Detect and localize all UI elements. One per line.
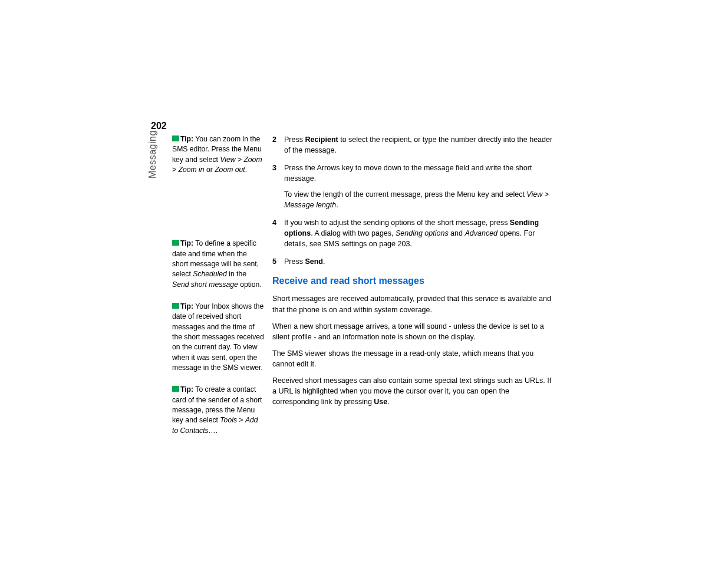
tip-mid: or <box>205 166 215 174</box>
tip-mid: in the <box>227 270 246 278</box>
tip-text: Your Inbox shows the date of received sh… <box>172 302 264 372</box>
step-text: . A dialog with two pages, <box>311 229 396 237</box>
tip-icon <box>172 240 179 246</box>
step-italic: Sending options <box>396 229 449 237</box>
tip-italic: Scheduled <box>193 270 227 278</box>
tip-icon <box>172 135 179 141</box>
tip-italic: Zoom <box>243 156 262 164</box>
step-italic: View <box>526 190 542 199</box>
tip-italic: View <box>220 156 235 164</box>
step-number: 2 <box>272 134 284 156</box>
tip-italic: Zoom out <box>215 166 245 174</box>
main-content: 2 Press Recipient to select the recipien… <box>272 134 555 414</box>
paragraph: When a new short message arrives, a tone… <box>272 321 555 342</box>
tip-block: Tip: To define a specific date and time … <box>172 239 264 290</box>
section-label: Messaging <box>147 130 158 178</box>
paragraph: The SMS viewer shows the message in a re… <box>272 348 555 369</box>
step: 4 If you wish to adjust the sending opti… <box>272 217 555 249</box>
step-sub: To view the length of the current messag… <box>284 189 555 210</box>
tip-italic: Zoom in <box>179 166 205 174</box>
step-text: To view the length of the current messag… <box>284 190 526 199</box>
tip-label: Tip: <box>180 385 193 394</box>
para-text: . <box>387 398 389 406</box>
sidebar: Tip: You can zoom in the SMS editor. Pre… <box>172 134 264 448</box>
tip-italic: Send short message <box>172 280 238 289</box>
step-number: 3 <box>272 163 284 210</box>
step-italic: Message length <box>284 201 336 209</box>
tip-label: Tip: <box>180 239 193 247</box>
step-text: If you wish to adjust the sending option… <box>284 219 510 227</box>
tip-label: Tip: <box>180 302 193 310</box>
step-text: Press <box>284 135 305 144</box>
step-bold: Recipient <box>305 135 338 144</box>
step-body: Press the Arrows key to move down to the… <box>284 163 555 210</box>
tip-label: Tip: <box>180 135 193 143</box>
para-text: Received short messages can also contain… <box>272 376 551 406</box>
tip-tail: . <box>245 166 247 174</box>
step-text: Press the Arrows key to move down to the… <box>284 164 532 183</box>
step: 2 Press Recipient to select the recipien… <box>272 134 555 156</box>
step: 5 Press Send. <box>272 256 555 267</box>
section-heading: Receive and read short messages <box>272 274 555 287</box>
step-text: and <box>449 229 465 237</box>
tip-icon <box>172 303 179 309</box>
step-italic: Advanced <box>465 229 498 237</box>
tip-tail: option. <box>238 280 262 289</box>
step-body: If you wish to adjust the sending option… <box>284 217 555 249</box>
step-text: . <box>323 257 325 266</box>
tip-tail: . <box>216 427 218 435</box>
step-body: Press Send. <box>284 256 555 267</box>
tip-block: Tip: You can zoom in the SMS editor. Pre… <box>172 134 264 175</box>
step-sep: > <box>542 190 549 199</box>
tip-italic: Tools <box>220 416 237 424</box>
step-number: 5 <box>272 256 284 267</box>
tip-sep: > <box>236 156 244 164</box>
tip-icon <box>172 386 179 392</box>
step-bold: Send <box>305 257 323 266</box>
step-number: 4 <box>272 217 284 249</box>
tip-block: Tip: To create a contact card of the sen… <box>172 385 264 436</box>
para-bold: Use <box>374 398 387 406</box>
paragraph: Received short messages can also contain… <box>272 375 555 407</box>
tip-block: Tip: Your Inbox shows the date of receiv… <box>172 302 264 373</box>
paragraph: Short messages are received automaticall… <box>272 293 555 315</box>
step-text: Press <box>284 257 305 266</box>
tip-sep: > <box>172 166 179 174</box>
step-body: Press Recipient to select the recipient,… <box>284 134 555 156</box>
step-tail: . <box>336 201 338 209</box>
step: 3 Press the Arrows key to move down to t… <box>272 163 555 210</box>
tip-sep: > <box>237 416 245 424</box>
